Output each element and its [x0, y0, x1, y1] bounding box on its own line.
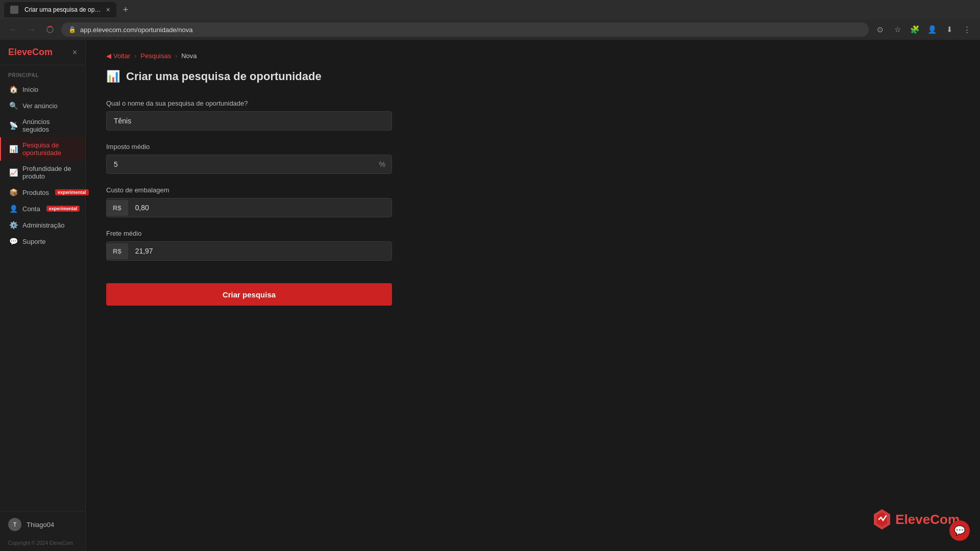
breadcrumb-current: Nova	[181, 52, 197, 60]
breadcrumb: ◀ Voltar › Pesquisas › Nova	[106, 52, 960, 60]
download-icon[interactable]: ⬇	[942, 22, 957, 37]
loading-spinner	[46, 26, 54, 33]
support-icon: 💬	[9, 237, 17, 245]
gear-icon: ⚙️	[9, 221, 17, 229]
sidebar-logo: EleveCom	[8, 47, 53, 58]
create-survey-form: Qual o nome da sua pesquisa de oportunid…	[106, 99, 392, 306]
sidebar-label-ver-anuncio: Ver anúncio	[22, 102, 58, 110]
freight-input-wrapper: R$	[106, 241, 392, 261]
sidebar-item-conta[interactable]: 👤 Conta experimental	[0, 201, 85, 217]
profile-icon[interactable]: 👤	[925, 22, 939, 37]
user-name: Thiago04	[27, 521, 54, 529]
follow-icon: 📡	[9, 121, 17, 130]
breadcrumb-back-label: Voltar	[113, 52, 130, 60]
tax-input-wrapper: %	[106, 155, 392, 174]
packaging-prefix: R$	[107, 200, 128, 216]
breadcrumb-separator-2: ›	[175, 53, 177, 60]
tab-bar: Criar uma pesquisa de oportu... × +	[0, 0, 980, 19]
page-title: Criar uma pesquisa de oportunidade	[126, 70, 322, 83]
chat-button[interactable]: 💬	[949, 520, 970, 541]
logo-text-1: Eleve	[8, 47, 32, 57]
tab-close-button[interactable]: ×	[106, 6, 110, 14]
sidebar-item-suporte[interactable]: 💬 Suporte	[0, 233, 85, 249]
sidebar-item-profundidade-produto[interactable]: 📈 Profundidade de produto	[0, 161, 85, 184]
active-tab[interactable]: Criar uma pesquisa de oportu... ×	[4, 2, 116, 17]
form-group-packaging: Custo de embalagem R$	[106, 186, 392, 217]
tab-favicon	[10, 6, 18, 14]
menu-icon[interactable]: ⋮	[960, 22, 974, 37]
form-group-name: Qual o nome da sua pesquisa de oportunid…	[106, 99, 392, 131]
lock-icon: 🔒	[68, 26, 76, 33]
freight-label: Frete médio	[106, 230, 392, 237]
name-input[interactable]	[107, 112, 391, 130]
packaging-input-wrapper: R$	[106, 198, 392, 217]
nav-right-icons: ⊙ ☆ 🧩 👤 ⬇ ⋮	[873, 22, 974, 37]
new-tab-button[interactable]: +	[118, 3, 133, 17]
reload-button[interactable]	[43, 22, 57, 37]
back-button[interactable]: ←	[6, 22, 20, 37]
sidebar-header: EleveCom ×	[0, 40, 85, 65]
user-icon: 👤	[9, 205, 17, 213]
forward-button[interactable]: →	[24, 22, 39, 37]
address-bar[interactable]: 🔒 app.elevecom.com/oportunidade/nova	[61, 22, 869, 37]
address-text: app.elevecom.com/oportunidade/nova	[80, 26, 192, 34]
home-icon: 🏠	[9, 85, 17, 93]
sidebar-item-anuncios-seguidos[interactable]: 📡 Anúncios seguidos	[0, 114, 85, 137]
sidebar-item-produtos[interactable]: 📦 Produtos experimental	[0, 184, 85, 201]
back-arrow-icon: ◀	[106, 52, 111, 60]
breadcrumb-back-button[interactable]: ◀ Voltar	[106, 52, 130, 60]
sidebar-close-button[interactable]: ×	[72, 48, 77, 57]
sidebar-label-administracao: Administração	[22, 221, 64, 229]
sidebar-label-pesquisa-oportunidade: Pesquisa de oportunidade	[22, 141, 77, 157]
name-input-wrapper	[106, 111, 392, 131]
sidebar-item-administracao[interactable]: ⚙️ Administração	[0, 217, 85, 233]
form-group-freight: Frete médio R$	[106, 230, 392, 261]
tax-suffix: %	[373, 156, 391, 172]
sidebar-label-anuncios-seguidos: Anúncios seguidos	[22, 118, 77, 133]
main-content: ◀ Voltar › Pesquisas › Nova 📊 Criar uma …	[86, 40, 980, 551]
screenshot-icon[interactable]: ⊙	[873, 22, 887, 37]
copyright: Copyright © 2024 EleveCom	[0, 537, 85, 551]
freight-input[interactable]	[128, 242, 391, 260]
sidebar-label-produtos: Produtos	[22, 189, 49, 196]
extensions-icon[interactable]: 🧩	[908, 22, 922, 37]
sidebar-item-inicio[interactable]: 🏠 Início	[0, 81, 85, 97]
freight-prefix: R$	[107, 243, 128, 259]
sidebar-label-conta: Conta	[22, 205, 40, 213]
star-icon[interactable]: ☆	[890, 22, 904, 37]
user-avatar: T	[8, 518, 21, 531]
browser-chrome: Criar uma pesquisa de oportu... × + ← → …	[0, 0, 980, 40]
produtos-badge: experimental	[55, 189, 89, 195]
search-icon: 🔍	[9, 102, 17, 110]
sidebar-label-inicio: Início	[22, 86, 38, 93]
name-label: Qual o nome da sua pesquisa de oportunid…	[106, 99, 392, 107]
depth-icon: 📈	[9, 168, 17, 177]
tax-label: Imposto médio	[106, 143, 392, 151]
breadcrumb-separator-1: ›	[134, 53, 136, 60]
logo-text-2: Com	[32, 47, 53, 57]
tax-input[interactable]	[107, 155, 373, 173]
app-layout: EleveCom × PRINCIPAL 🏠 Início 🔍 Ver anún…	[0, 40, 980, 551]
form-group-tax: Imposto médio %	[106, 143, 392, 174]
sidebar-item-pesquisa-oportunidade[interactable]: 📊 Pesquisa de oportunidade	[0, 137, 85, 161]
page-title-icon: 📊	[106, 70, 120, 83]
box-icon: 📦	[9, 188, 17, 196]
sidebar-label-profundidade-produto: Profundidade de produto	[22, 165, 77, 180]
breadcrumb-pesquisas-link[interactable]: Pesquisas	[140, 52, 171, 60]
sidebar-section-principal: PRINCIPAL	[0, 65, 85, 81]
sidebar-label-suporte: Suporte	[22, 238, 46, 245]
nav-bar: ← → 🔒 app.elevecom.com/oportunidade/nova…	[0, 19, 980, 40]
conta-badge: experimental	[46, 206, 80, 212]
tab-title: Criar uma pesquisa de oportu...	[24, 6, 103, 13]
page-title-row: 📊 Criar uma pesquisa de oportunidade	[106, 70, 960, 83]
chat-icon: 💬	[954, 525, 965, 536]
chart-icon: 📊	[9, 145, 17, 153]
sidebar-item-ver-anuncio[interactable]: 🔍 Ver anúncio	[0, 97, 85, 114]
sidebar-footer: T Thiago04	[0, 511, 85, 537]
sidebar: EleveCom × PRINCIPAL 🏠 Início 🔍 Ver anún…	[0, 40, 86, 551]
packaging-label: Custo de embalagem	[106, 186, 392, 194]
create-survey-button[interactable]: Criar pesquisa	[106, 283, 392, 306]
packaging-input[interactable]	[128, 198, 391, 217]
